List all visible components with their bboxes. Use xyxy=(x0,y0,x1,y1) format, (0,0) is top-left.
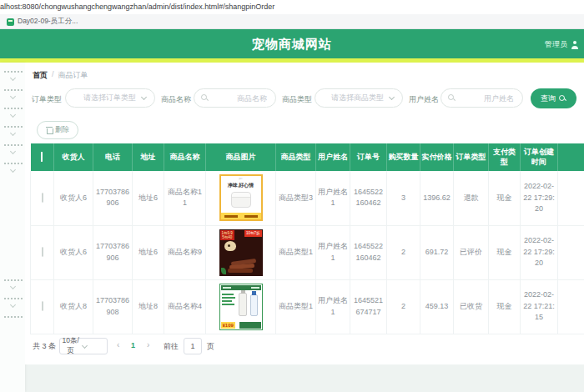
cell-phone: 17703786908 xyxy=(93,279,133,334)
cell-pay-type: 现金 xyxy=(489,171,521,225)
cell-product-name: 商品名称4 xyxy=(164,279,206,334)
cell-receiver: 收货人6 xyxy=(54,225,93,279)
sidebar-item[interactable] xyxy=(4,86,23,99)
cell-quantity: 2 xyxy=(387,225,420,279)
sidebar-item[interactable] xyxy=(4,68,23,81)
pagination: 共 3 条 10条/页 ‹ 1 › 前往 页 xyxy=(25,336,584,356)
prev-page-button[interactable]: ‹ xyxy=(117,341,119,349)
select-all-checkbox[interactable] xyxy=(41,152,43,162)
chevron-down-icon xyxy=(11,303,16,308)
sidebar xyxy=(0,63,25,392)
sidebar-item[interactable] xyxy=(4,159,23,173)
cell-empty xyxy=(558,279,584,334)
cell-order-no: 1645521674717 xyxy=(350,279,387,334)
url-text[interactable]: alhost:8080/chongwushangchengwangzhan/ad… xyxy=(0,3,274,11)
chevron-down-icon xyxy=(11,94,16,99)
breadcrumb: 首页 / 商品订单 xyxy=(33,70,88,81)
select-all-header xyxy=(31,143,54,171)
bookmark-favicon xyxy=(7,18,14,26)
column-header: 支付类型 xyxy=(489,143,521,171)
cell-user-name: 用户姓名1 xyxy=(316,279,350,334)
sidebar-item[interactable] xyxy=(4,104,23,118)
cell-product-image: 1包9.9 5包40 10包7折 xyxy=(206,225,276,279)
sidebar-item[interactable] xyxy=(4,141,23,154)
cell-phone: 17703786906 xyxy=(93,171,133,225)
cell-created: 2022-02-22 17:29:20 xyxy=(521,171,558,225)
bookmark-item[interactable]: Day02-09-员工分... xyxy=(7,17,78,27)
column-header-empty xyxy=(558,143,584,171)
cell-user-name: 用户姓名1 xyxy=(316,171,350,225)
column-header: 商品图片 xyxy=(206,143,276,171)
goto-page-input[interactable] xyxy=(184,338,202,354)
search-button[interactable]: 查询 xyxy=(531,88,576,108)
search-icon xyxy=(559,95,566,103)
goto-label: 前往 xyxy=(164,341,179,352)
page-size-select[interactable]: 10条/页 xyxy=(59,338,108,354)
product-type-label: 商品类型 xyxy=(282,94,312,105)
filter-row: 订单类型 请选择订单类型 商品名称 商品类型 请选择商品类型 用户姓名 查 xyxy=(25,88,584,108)
cell-empty xyxy=(558,225,584,279)
page-number-1[interactable]: 1 xyxy=(131,341,135,349)
cell-address: 地址6 xyxy=(133,225,164,279)
order-type-select[interactable]: 请选择订单类型 xyxy=(65,88,155,108)
cell-pay-type: 现金 xyxy=(489,279,521,334)
cell-quantity: 3 xyxy=(387,171,420,225)
product-name-input[interactable] xyxy=(209,94,275,103)
content-panel: 首页 / 商品订单 订单类型 请选择订单类型 商品名称 商品类型 请选择商品类型… xyxy=(25,63,584,364)
breadcrumb-current: 商品订单 xyxy=(58,70,88,81)
cell-order-no: 1645522160462 xyxy=(350,171,387,225)
cell-price: 459.13 xyxy=(420,279,454,334)
row-checkbox[interactable] xyxy=(42,193,43,203)
cell-phone: 17703786906 xyxy=(93,225,133,279)
cell-price: 1396.62 xyxy=(420,171,454,225)
chevron-down-icon xyxy=(82,344,103,349)
product-type-select[interactable]: 请选择商品类型 xyxy=(315,88,403,108)
app-title: 宠物商城网站 xyxy=(0,37,584,53)
sidebar-item[interactable] xyxy=(4,276,23,289)
breadcrumb-separator: / xyxy=(52,70,54,81)
cell-product-type: 商品类型3 xyxy=(276,171,316,225)
product-image: ¥109 xyxy=(219,284,263,330)
column-header: 订单创建时间 xyxy=(521,143,558,171)
breadcrumb-home[interactable]: 首页 xyxy=(33,70,48,81)
total-count-label: 共 3 条 xyxy=(33,341,56,352)
next-page-button[interactable]: › xyxy=(147,341,149,349)
column-header: 订单号 xyxy=(350,143,387,171)
delete-button[interactable]: 删除 xyxy=(37,121,78,139)
column-header: 实付价格 xyxy=(420,143,454,171)
sidebar-item[interactable] xyxy=(4,123,23,136)
column-header: 商品名称 xyxy=(164,143,206,171)
column-header: 电话 xyxy=(93,143,133,171)
header-user-area[interactable]: 管理员 xyxy=(545,39,579,50)
chevron-down-icon xyxy=(11,76,16,81)
cell-order-type: 已收货 xyxy=(454,279,489,334)
chevron-down-icon xyxy=(11,113,16,118)
row-checkbox[interactable] xyxy=(42,301,43,311)
column-header: 地址 xyxy=(133,143,164,171)
product-name-label: 商品名称 xyxy=(161,94,191,105)
cell-order-no: 1645522160462 xyxy=(350,225,387,279)
product-name-input-wrap xyxy=(194,88,276,108)
browser-url-bar[interactable]: alhost:8080/chongwushangchengwangzhan/ad… xyxy=(0,0,584,14)
cell-empty xyxy=(558,171,584,225)
user-icon xyxy=(571,41,579,49)
column-header: 订单类型 xyxy=(454,143,489,171)
chevron-down-icon xyxy=(141,95,147,101)
chevron-down-icon xyxy=(11,284,16,289)
row-checkbox[interactable] xyxy=(42,247,43,257)
cell-user-name: 用户姓名1 xyxy=(316,225,350,279)
cell-order-type: 退款 xyxy=(454,171,489,225)
bookmarks-bar: Day02-09-员工分... xyxy=(0,14,584,29)
sidebar-item[interactable] xyxy=(4,313,23,318)
orders-table: 收货人 电话 地址 商品名称 商品图片 商品类型 用户姓名 订单号 购买数量 实… xyxy=(30,143,584,334)
table-row: 收货人8 17703786908 地址8 商品名称4 ¥109 xyxy=(31,279,584,334)
goto-unit-label: 页 xyxy=(207,341,214,352)
order-type-label: 订单类型 xyxy=(32,94,62,105)
cell-price: 691.72 xyxy=(420,225,454,279)
sidebar-item[interactable] xyxy=(4,294,23,308)
cell-product-name: 商品名称9 xyxy=(164,225,206,279)
cell-address: 地址6 xyxy=(133,171,164,225)
cell-address: 地址8 xyxy=(133,279,164,334)
product-image: ᵖᵉᵗ 净味,好心情 xyxy=(219,174,263,221)
user-name-input[interactable] xyxy=(456,94,522,103)
